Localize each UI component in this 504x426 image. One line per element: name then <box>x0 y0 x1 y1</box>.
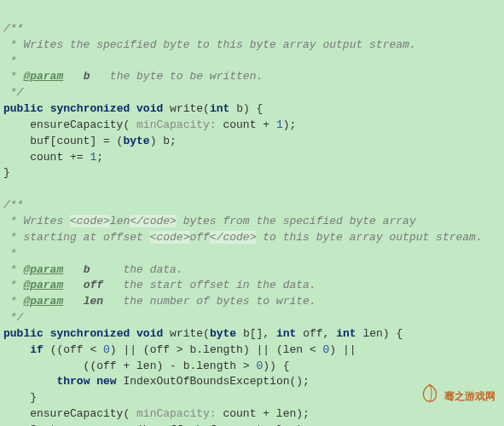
method-write2: write <box>170 327 203 340</box>
code-block: /** * Writes the specified byte to this … <box>0 0 504 426</box>
watermark-icon <box>419 383 441 411</box>
doc1-open: /** <box>3 22 23 35</box>
doc1-l3-pre: * <box>3 70 23 83</box>
doc1-l1: * Writes the specified byte to this byte… <box>3 38 416 51</box>
kw-sync: synchronized <box>50 102 130 115</box>
hint-mincap2: minCapacity: <box>136 407 217 420</box>
m1-close: } <box>3 166 10 179</box>
doc1-tag: @param <box>23 70 63 83</box>
watermark: 骞之游戏网 <box>419 383 495 411</box>
method-write1: write <box>170 102 203 115</box>
kw-void: void <box>136 102 163 115</box>
doc2-open: /** <box>3 199 23 211</box>
doc1-close: */ <box>3 86 23 99</box>
doc2-close: */ <box>3 311 23 324</box>
hint-mincap1: minCapacity: <box>136 118 217 131</box>
doc1-l2: * <box>3 55 17 67</box>
kw-public: public <box>3 102 43 115</box>
watermark-text: 骞之游戏网 <box>444 389 495 404</box>
